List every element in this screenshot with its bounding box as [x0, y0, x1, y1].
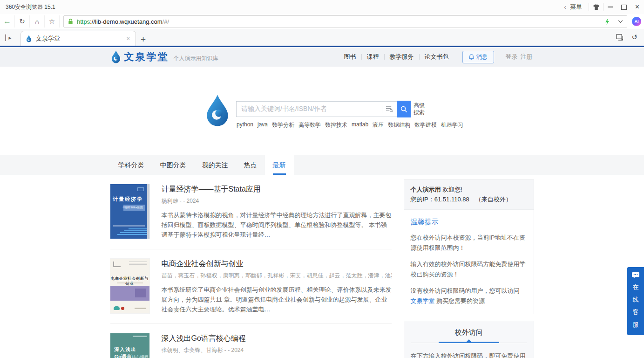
tip-text: 您在校外访问本校资源，当前IP地址不在资源使用权限范围内！ [411, 233, 527, 253]
book-cover[interactable]: 电商企业社会创新与创业 [110, 259, 149, 313]
ip-value: 61.51.110.88 [434, 196, 469, 203]
sidebar-toggle-button[interactable]: ▏▸ [0, 31, 16, 45]
site-brand-name: 文泉学堂 [124, 50, 169, 63]
book-meta: 张朝明、李奕锋、甘海彬 - - 2024 [162, 346, 392, 354]
back-button[interactable]: ← [0, 15, 15, 28]
bell-icon [469, 54, 474, 60]
publisher-seal-icon [121, 307, 124, 310]
book-meta: 杨利雄 - - 2024 [162, 197, 392, 205]
browser-tab[interactable]: 文泉学堂 × [20, 31, 136, 46]
hot-keyword[interactable]: 机器学习 [441, 121, 463, 129]
hero-logo-icon [203, 91, 231, 130]
search-placeholder: 请输入关键词/书名/ISBN/作者 [241, 105, 382, 113]
search-button[interactable] [397, 101, 411, 117]
hot-keyword[interactable]: 数学分析 [272, 121, 294, 129]
wqxuetang-link[interactable]: 文泉学堂 [411, 297, 435, 304]
book-description: 本书系统研究了电商企业社会创新与创业的发展历程、相关理论、评价体系以及未来发展方… [162, 285, 392, 314]
tab-title: 文泉学堂 [36, 34, 125, 43]
book-title[interactable]: 计量经济学——基于Stata应用 [162, 185, 392, 194]
tab-underline [411, 341, 527, 345]
browser-tabbar: ▏▸ 文泉学堂 × + ↺ [0, 29, 644, 46]
site-brand[interactable]: 文泉学堂 个人演示用知识库 [110, 50, 218, 64]
category-tabbar: 学科分类 中图分类 我的关注 热点 最新 [0, 155, 644, 175]
hot-keyword[interactable]: 数学建模 [414, 121, 437, 129]
book-item[interactable]: 深入浅出 Go语言核心编程 深入浅出Go语言核心编程 张朝明、李奕锋、甘海彬 -… [110, 324, 392, 358]
url-text: https://lib-demo.wqxuetang.com/#/ [77, 18, 169, 25]
browser-window: 360安全浏览器 15.1 ‹ 菜单 × ← ↻ ⌂ ☆ [0, 0, 644, 358]
shirt-icon [593, 4, 600, 10]
book-description: 本书从蒙特卡洛模拟的视角，对计量经济学中经典的理论方法进行了直观解释，主要包括回… [162, 210, 392, 240]
browser-toolbar: ← ↻ ⌂ ☆ https://lib-demo.wqxuetang.com/#… [0, 14, 644, 29]
hot-keyword[interactable]: java [258, 121, 268, 129]
tip-text: 没有校外访问权限码的用户，您可以访问 文泉学堂 购买您需要的资源 [411, 286, 527, 306]
address-bar[interactable]: https://lib-demo.wqxuetang.com/#/ [63, 15, 627, 28]
account-info-card: 个人演示用 欢迎您! 您的IP：61.51.110.88 （来自校外） 温馨提示… [404, 179, 534, 314]
hot-keyword[interactable]: matlab [352, 121, 368, 129]
book-cover[interactable]: 深入浅出 Go语言核心编程 [110, 333, 149, 358]
hot-keyword[interactable]: python [237, 121, 253, 129]
ip-origin: （来自校外） [475, 196, 512, 203]
new-tab-button[interactable]: + [136, 35, 150, 46]
nav-books[interactable]: 图书 [339, 53, 361, 61]
maximize-button[interactable] [617, 0, 630, 14]
book-meta: 苗苗，蒋玉石，孙福权，康明惠，邓馥郁，孔祥彬，宋艾，胡思佳，赵云，范太胜，潘津，… [162, 272, 392, 280]
tab-latest-active[interactable]: 最新 [265, 155, 294, 175]
auth-links: 登录注册 [504, 53, 534, 61]
access-description: 在下方输入校外访问权限码，即可免费使用学校已购买的资源。 [411, 351, 527, 358]
nav-courses[interactable]: 课程 [362, 53, 384, 61]
register-link[interactable]: 注册 [519, 53, 534, 60]
site-header: 文泉学堂 个人演示用知识库 图书 课程 教学服务 论文书包 消息 登录 [0, 47, 644, 67]
hot-keywords: python java 数学分析 高等数学 数控技术 matlab 液压 数据结… [237, 121, 463, 129]
publisher-cloud-icon [114, 306, 120, 310]
hot-keyword[interactable]: 液压 [373, 121, 384, 129]
window-title: 360安全浏览器 15.1 [6, 3, 55, 11]
bookmark-button[interactable]: ☆ [45, 15, 60, 28]
refresh-icon: ↻ [19, 17, 25, 26]
online-service-widget[interactable]: 在 线 客 服 [627, 267, 644, 335]
nav-paper-bag[interactable]: 论文书包 [420, 53, 454, 61]
tab-list-icon[interactable] [616, 34, 624, 41]
book-title[interactable]: 电商企业社会创新与创业 [162, 259, 392, 269]
chevron-left-icon: ‹ [564, 3, 566, 11]
advanced-search-link[interactable]: 高级 搜索 [414, 102, 425, 116]
search-input[interactable]: 请输入关键词/书名/ISBN/作者 [236, 101, 397, 117]
home-icon: ⌂ [35, 18, 39, 26]
minimize-button[interactable] [603, 0, 617, 14]
reopen-tab-icon[interactable]: ↺ [631, 33, 637, 41]
book-item[interactable]: 计量经济学 基于Stata应用 杨利雄 编著 计量经济学——基于Stata应用 … [110, 175, 392, 249]
tab-my-follows[interactable]: 我的关注 [194, 155, 236, 175]
skin-theme-button[interactable] [589, 0, 603, 14]
welcome-block: 个人演示用 欢迎您! 您的IP：61.51.110.88 （来自校外） [404, 180, 534, 210]
back-icon: ← [3, 17, 11, 26]
nav-teaching-services[interactable]: 教学服务 [385, 53, 419, 61]
book-cover[interactable]: 计量经济学 基于Stata应用 杨利雄 编著 [110, 184, 149, 239]
tip-text: 输入有效的校外访问权限码方能免费使用学校已购买的资源！ [411, 259, 527, 280]
tab-close-icon[interactable]: × [125, 35, 131, 42]
tab-hot[interactable]: 热点 [236, 155, 265, 175]
chevron-down-icon[interactable] [618, 20, 623, 23]
main-content: 计量经济学 基于Stata应用 杨利雄 编著 计量经济学——基于Stata应用 … [0, 175, 644, 358]
lock-icon [68, 18, 74, 25]
warm-tip-title: 温馨提示 [411, 218, 527, 227]
messages-button[interactable]: 消息 [462, 51, 494, 63]
browser-menu-button[interactable]: ‹ 菜单 [557, 0, 589, 14]
site-favicon [26, 35, 32, 42]
tab-clc-category[interactable]: 中图分类 [152, 155, 194, 175]
turbo-lightning-icon[interactable] [604, 18, 610, 25]
magnifier-icon [400, 106, 407, 113]
home-button[interactable]: ⌂ [30, 15, 45, 28]
book-item[interactable]: 电商企业社会创新与创业 电商企业社会创新与创业 苗苗，蒋玉石，孙福权，康明惠，邓… [110, 249, 392, 324]
book-title[interactable]: 深入浅出Go语言核心编程 [162, 334, 392, 344]
hot-keyword[interactable]: 高等数学 [298, 121, 321, 129]
hot-keyword[interactable]: 数据结构 [388, 121, 410, 129]
refresh-button[interactable]: ↻ [15, 15, 30, 28]
star-icon: ☆ [49, 17, 55, 26]
site-logo-icon [110, 50, 122, 64]
tab-subject-category[interactable]: 学科分类 [110, 155, 152, 175]
login-link[interactable]: 登录 [504, 53, 519, 60]
close-button[interactable]: × [630, 0, 644, 14]
hot-keyword[interactable]: 数控技术 [325, 121, 347, 129]
list-search-icon[interactable] [386, 106, 393, 112]
chat-bubble-icon [631, 272, 640, 279]
ai-assistant-button[interactable]: AI [632, 17, 641, 26]
